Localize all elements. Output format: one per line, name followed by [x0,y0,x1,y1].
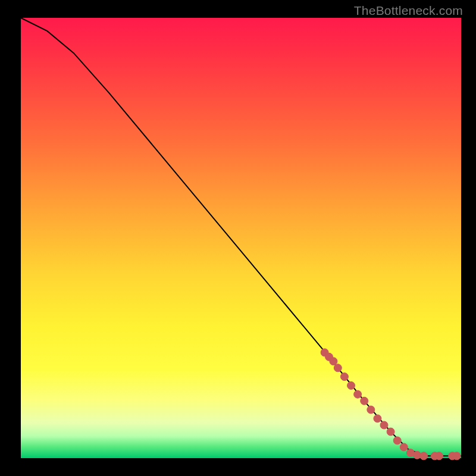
highlight-dot [393,437,401,444]
chart-frame: TheBottleneck.com [0,0,476,476]
watermark-text: TheBottleneck.com [354,4,463,18]
highlight-dot [330,358,337,365]
highlight-dot [367,406,375,414]
highlight-dot [453,452,461,460]
chart-overlay [21,18,461,458]
highlight-dots [321,349,461,460]
highlight-dot [374,415,381,422]
highlight-dot [347,381,355,389]
highlight-dot [380,421,388,429]
bottleneck-curve [21,18,461,456]
highlight-dot [361,397,368,405]
highlight-dot [420,452,428,460]
highlight-dot [400,443,408,451]
highlight-dot [354,390,362,398]
highlight-dot [334,364,342,372]
highlight-dot [387,428,394,436]
highlight-dot [436,452,443,460]
highlight-dot [340,373,348,381]
